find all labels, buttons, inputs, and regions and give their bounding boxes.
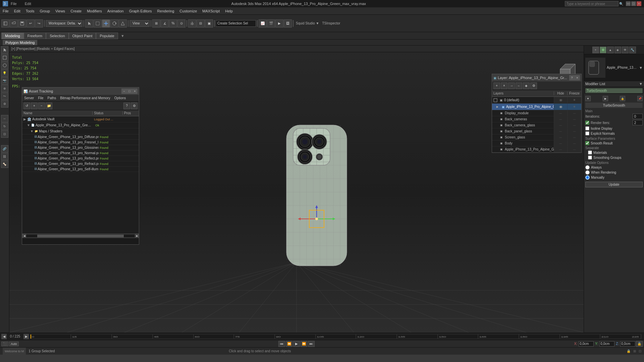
smoothing-groups-checkbox[interactable]	[588, 156, 592, 160]
modifier-list-arrow[interactable]: ▼	[639, 82, 643, 86]
layer-row-backpanel[interactable]: ▣ Back_panel_glass — —	[492, 128, 581, 134]
layer-vis-display[interactable]: —	[554, 110, 567, 116]
asset-help-btn[interactable]: ?	[123, 103, 130, 109]
layer-row-body[interactable]: ▣ Body — —	[492, 140, 581, 146]
layer-freeze-iphone2[interactable]: —	[567, 146, 581, 152]
lt-shapes[interactable]	[1, 62, 8, 69]
iterations-input[interactable]	[633, 114, 643, 119]
tab-selection[interactable]: Selection	[46, 33, 68, 39]
layer-vis-backcamglass[interactable]: —	[554, 122, 567, 128]
materials-checkbox[interactable]	[588, 150, 592, 155]
percent-snap[interactable]: %	[169, 19, 177, 27]
scroll-thumb[interactable]	[37, 235, 124, 237]
undo-btn[interactable]: ↩	[26, 19, 35, 27]
list-item[interactable]: 🖼 Alpine_Green_iPhone_13_pro_Diffuse.png…	[22, 134, 139, 140]
asset-menu-paths[interactable]: Paths	[46, 96, 58, 101]
layer-close-btn[interactable]: ×	[575, 75, 580, 80]
layer-freeze-backcamglass[interactable]: —	[567, 122, 581, 128]
align-btn[interactable]: ⊟	[197, 19, 205, 27]
render-frame-btn[interactable]: 🖼	[284, 19, 292, 27]
menu-views[interactable]: Views	[53, 8, 68, 14]
menu-help[interactable]: Help	[222, 8, 235, 14]
timeline-track[interactable]: 0 15 30 45 60 75 90 105 120 135 150 165 …	[30, 334, 641, 339]
open-btn[interactable]	[10, 19, 18, 27]
x-coord[interactable]	[579, 341, 594, 347]
freeze-header[interactable]: Freeze	[567, 92, 581, 95]
layer-vis-backcam[interactable]: —	[554, 116, 567, 122]
z-coord[interactable]	[620, 341, 635, 347]
scroll-left-btn[interactable]: ◀	[22, 234, 26, 238]
layer-row-screenglass[interactable]: ▣ Screen_glass — —	[492, 134, 581, 140]
lt-cameras[interactable]: 📷	[1, 77, 8, 84]
y-coord[interactable]	[599, 341, 614, 347]
layer-vis-default[interactable]	[554, 97, 567, 103]
scale-btn[interactable]	[119, 19, 127, 27]
isoline-checkbox[interactable]	[585, 126, 589, 130]
tab-populate[interactable]: Populate	[96, 33, 118, 39]
layer-highlight-btn[interactable]: ◈	[523, 82, 530, 89]
lock-btn[interactable]: 🔒	[620, 96, 625, 101]
list-item[interactable]: 🖼 Alpine_Green_iPhone_13_pro_Glossiness.…	[22, 145, 139, 150]
maximize-button[interactable]: □	[631, 1, 636, 6]
search-input[interactable]	[565, 1, 619, 6]
asset-restore-btn[interactable]: □	[127, 88, 132, 94]
layer-expand-iphone[interactable]	[495, 104, 500, 110]
layer-settings-btn[interactable]: ⚙	[530, 82, 537, 89]
panel-hierarchy-tab[interactable]: ▲	[607, 47, 614, 53]
asset-menu-file[interactable]: File	[36, 96, 45, 101]
layer-help-btn[interactable]: ?	[569, 75, 575, 80]
auto-key-btn[interactable]: Auto	[9, 342, 19, 346]
lt-link[interactable]: 🔗	[1, 145, 8, 153]
go-end-btn[interactable]: ⏭	[308, 341, 315, 347]
render-iters-input[interactable]	[633, 120, 643, 125]
layer-checkbox-default[interactable]	[493, 98, 498, 103]
asset-minimize-btn[interactable]: −	[121, 88, 127, 94]
list-item[interactable]: ▼ 📄 Apple_iPhone_13_Pro_Alpine_Green_max…	[22, 122, 139, 128]
next-key-btn[interactable]: ⏩	[301, 341, 307, 347]
pin-btn[interactable]: 📌	[637, 96, 643, 101]
layer-btn[interactable]: ▣	[205, 19, 213, 27]
render-btn[interactable]: ▶	[275, 19, 283, 27]
view-dropdown[interactable]: View	[129, 20, 150, 27]
menu-tools[interactable]: Tools	[23, 8, 37, 14]
menu-animation[interactable]: Animation	[105, 8, 126, 14]
render-setup-btn[interactable]: 🎬	[267, 19, 275, 27]
layer-row-default[interactable]: ▣ 0 (default) ❄	[492, 97, 581, 104]
layer-freeze-default[interactable]: ❄	[567, 97, 581, 103]
list-item[interactable]: 🖼 Alpine_Green_iPhone_13_pro_Reflect.png…	[22, 156, 139, 161]
lt-spacewarps[interactable]: 〜	[1, 93, 8, 100]
layer-vis-backpanel[interactable]: —	[554, 128, 567, 134]
asset-menu-server[interactable]: Server	[22, 96, 36, 101]
lt-rotate[interactable]: ↻	[1, 123, 8, 130]
asset-remove-btn[interactable]: −	[38, 103, 45, 109]
move-btn[interactable]	[102, 19, 110, 27]
layer-row-iphone2[interactable]: ▣ Apple_iPhone_13_Pro_Alpine_Green — —	[492, 146, 581, 153]
layer-freeze-display[interactable]: —	[567, 110, 581, 116]
next-frame-btn[interactable]: ▶	[23, 334, 29, 339]
layer-delete-btn[interactable]: ×	[501, 82, 507, 89]
layer-vis-screenglass[interactable]: —	[554, 134, 567, 140]
smooth-result-checkbox[interactable]	[585, 141, 589, 145]
menu-group[interactable]: Group	[37, 8, 53, 14]
redo-btn[interactable]: ↪	[35, 19, 43, 27]
angle-snap[interactable]: ∡	[161, 19, 169, 27]
menu-maxscript[interactable]: MAXScript	[200, 8, 222, 14]
asset-menu-options[interactable]: Options	[112, 96, 128, 101]
save-btn[interactable]	[18, 19, 26, 27]
list-item[interactable]: 🖼 Alpine_Green_iPhone_13_pro_Fresnel_IOR…	[22, 140, 139, 145]
layer-row-display[interactable]: ▣ Display_module — —	[492, 110, 581, 116]
lt-select[interactable]	[1, 46, 8, 54]
workspace-dropdown[interactable]: Workspace: Default	[46, 20, 83, 27]
list-item[interactable]: ▶ 🏦 Autodesk Vault Logged Out ...	[22, 116, 139, 122]
panel-utilities-tab[interactable]: 🔧	[629, 47, 636, 53]
menu-file[interactable]: File	[0, 8, 11, 14]
asset-menu-bitmap[interactable]: Bitmap Performance and Memory	[58, 96, 112, 101]
asset-filter-input[interactable]	[22, 238, 139, 244]
prev-frame-btn[interactable]: ◀	[1, 334, 7, 339]
when-rendering-radio[interactable]	[585, 170, 590, 175]
layer-new-btn[interactable]: +	[493, 82, 500, 89]
tab-object-paint[interactable]: Object Paint	[69, 33, 96, 39]
collapse-all-btn[interactable]: ▶	[603, 96, 608, 101]
lt-unlink[interactable]: ⛓	[1, 153, 8, 160]
panel-motion-tab[interactable]: ◈	[614, 47, 621, 53]
